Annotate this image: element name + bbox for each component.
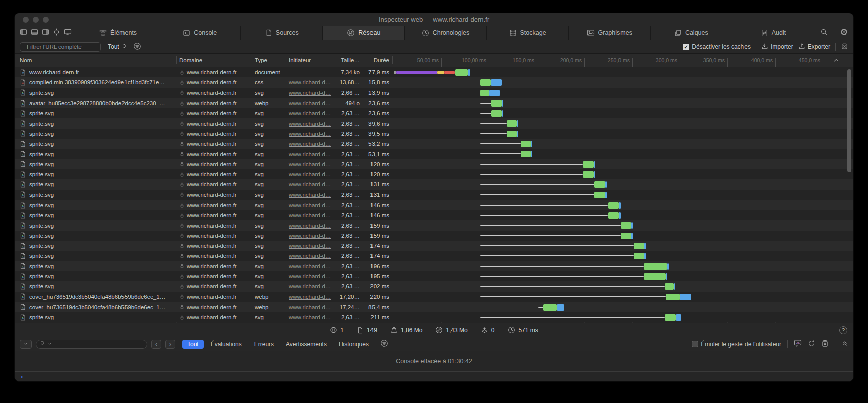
search-button[interactable] — [814, 26, 834, 40]
table-row[interactable]: sprite.svgwww.richard-dern.frsvgwww.rich… — [15, 129, 853, 139]
table-row[interactable]: sprite.svgwww.richard-dern.frsvgwww.rich… — [15, 220, 853, 230]
url-filter-field[interactable] — [20, 42, 101, 52]
initiator-link[interactable]: www.richard-d… — [289, 233, 331, 239]
tab-sources[interactable]: Sources — [241, 26, 323, 40]
initiator-link[interactable]: www.richard-d… — [289, 192, 331, 198]
resource-type-select[interactable]: Tout — [108, 43, 127, 50]
initiator-link[interactable]: www.richard-d… — [289, 202, 331, 208]
tab-storage[interactable]: Stockage — [487, 26, 569, 40]
table-row[interactable]: sprite.svgwww.richard-dern.frsvgwww.rich… — [15, 139, 853, 149]
waterfall-bar-segment — [491, 100, 502, 107]
initiator-link[interactable]: www.richard-d… — [289, 212, 331, 218]
element-picker-icon[interactable] — [53, 28, 60, 38]
dock-left-icon[interactable] — [20, 28, 27, 38]
url-filter-input[interactable] — [26, 43, 97, 50]
table-row[interactable]: compiled.min.38390909f303624ed9e1cf1bd3f… — [15, 77, 853, 87]
console-tab-avertissements[interactable]: Avertissements — [281, 340, 332, 349]
table-row[interactable]: sprite.svgwww.richard-dern.frsvgwww.rich… — [15, 312, 853, 322]
table-row[interactable]: sprite.svgwww.richard-dern.frsvgwww.rich… — [15, 241, 853, 251]
dock-bottom-icon[interactable] — [31, 28, 38, 38]
initiator-link[interactable]: www.richard-d… — [289, 100, 331, 106]
export-button[interactable]: Exporter — [798, 43, 830, 51]
vertical-scrollbar-thumb[interactable] — [847, 69, 851, 172]
table-row[interactable]: cover_hu736519dc3b5040cfa48b6b559b6de6ec… — [15, 292, 853, 302]
console-filter-options-button[interactable] — [380, 339, 388, 349]
initiator-link[interactable]: www.richard-d… — [289, 273, 331, 279]
initiator-link[interactable]: www.richard-d… — [289, 161, 331, 167]
console-tab-historiques[interactable]: Historiques — [334, 340, 374, 349]
initiator-link[interactable]: www.richard-d… — [289, 121, 331, 127]
network-filter-bar: Tout ✓ Désactiver les caches Importer Ex… — [15, 40, 853, 54]
svg-text:JS: JS — [796, 341, 800, 344]
initiator-link[interactable]: www.richard-d… — [289, 90, 331, 96]
table-row[interactable]: sprite.svgwww.richard-dern.frsvgwww.rich… — [15, 271, 853, 281]
table-row[interactable]: sprite.svgwww.richard-dern.frsvgwww.rich… — [15, 179, 853, 189]
collapse-waterfall-icon[interactable] — [833, 57, 840, 65]
initiator-cell: www.richard-d… — [286, 77, 335, 87]
prompt-chevron-icon: › — [21, 373, 23, 380]
table-row[interactable]: sprite.svgwww.richard-dern.frsvgwww.rich… — [15, 231, 853, 241]
table-row[interactable]: sprite.svgwww.richard-dern.frsvgwww.rich… — [15, 210, 853, 220]
tab-layers[interactable]: Calques — [651, 26, 732, 40]
table-row[interactable]: sprite.svgwww.richard-dern.frsvgwww.rich… — [15, 261, 853, 271]
table-row[interactable]: sprite.svgwww.richard-dern.frsvgwww.rich… — [15, 108, 853, 118]
clear-network-button[interactable] — [841, 42, 848, 51]
table-row[interactable]: sprite.svgwww.richard-dern.frsvgwww.rich… — [15, 200, 853, 210]
dock-right-icon[interactable] — [42, 28, 49, 38]
initiator-link[interactable]: www.richard-d… — [289, 243, 331, 249]
emulate-user-gesture-toggle[interactable]: Émuler le geste de l'utilisateur — [692, 341, 781, 348]
console-prompt[interactable]: › — [15, 372, 853, 381]
collapse-console-button[interactable] — [841, 340, 848, 348]
disable-caches-checkbox[interactable]: ✓ — [683, 44, 689, 50]
js-context-button[interactable]: JS — [794, 339, 802, 349]
device-icon[interactable] — [64, 28, 72, 38]
console-tab-evaluations[interactable]: Évaluations — [206, 340, 247, 349]
initiator-link[interactable]: www.richard-d… — [289, 151, 331, 157]
initiator-link[interactable]: www.richard-d… — [289, 79, 331, 85]
console-filter-button[interactable] — [20, 340, 32, 349]
initiator-link[interactable]: www.richard-d… — [289, 141, 331, 147]
clear-console-button[interactable] — [821, 340, 829, 349]
tab-audit[interactable]: Audit — [732, 26, 814, 40]
table-row[interactable]: sprite.svgwww.richard-dern.frsvgwww.rich… — [15, 118, 853, 128]
tab-graphics[interactable]: Graphismes — [569, 26, 651, 40]
next-result-button[interactable]: › — [165, 340, 175, 349]
console-tab-tout[interactable]: Tout — [182, 340, 204, 349]
table-row[interactable]: sprite.svgwww.richard-dern.frsvgwww.rich… — [15, 149, 853, 159]
table-row[interactable]: cover_hu736519dc3b5040cfa48b6b559b6de6ec… — [15, 302, 853, 312]
initiator-link[interactable]: www.richard-d… — [289, 263, 331, 269]
table-row[interactable]: sprite.svgwww.richard-dern.frsvgwww.rich… — [15, 281, 853, 291]
initiator-link[interactable]: www.richard-d… — [289, 181, 331, 187]
table-row[interactable]: sprite.svgwww.richard-dern.frsvgwww.rich… — [15, 190, 853, 200]
initiator-link[interactable]: www.richard-d… — [289, 131, 331, 137]
filter-options-button[interactable] — [133, 42, 141, 52]
waterfall-bar-segment — [644, 263, 668, 270]
table-row[interactable]: sprite.svgwww.richard-dern.frsvgwww.rich… — [15, 88, 853, 98]
disable-caches-toggle[interactable]: ✓ Désactiver les caches — [683, 43, 751, 50]
reload-button[interactable] — [808, 340, 815, 349]
initiator-link[interactable]: www.richard-d… — [289, 253, 331, 259]
tab-timelines[interactable]: Chronologies — [405, 26, 486, 40]
initiator-link[interactable]: www.richard-d… — [289, 171, 331, 177]
table-row[interactable]: sprite.svgwww.richard-dern.frsvgwww.rich… — [15, 159, 853, 169]
tab-network[interactable]: Réseau — [323, 26, 405, 40]
emulate-user-gesture-checkbox[interactable] — [692, 341, 698, 347]
table-row[interactable]: www.richard-dern.frwww.richard-dern.frdo… — [15, 67, 853, 77]
table-row[interactable]: sprite.svgwww.richard-dern.frsvgwww.rich… — [15, 251, 853, 261]
help-button[interactable]: ? — [839, 326, 847, 334]
tab-elements[interactable]: Éléments — [77, 26, 159, 40]
previous-result-button[interactable]: ‹ — [151, 340, 161, 349]
initiator-link[interactable]: www.richard-d… — [289, 304, 331, 310]
initiator-link[interactable]: www.richard-d… — [289, 283, 331, 289]
import-button[interactable]: Importer — [761, 43, 793, 51]
console-search-field[interactable] — [36, 340, 147, 349]
initiator-link[interactable]: www.richard-d… — [289, 294, 331, 300]
table-row[interactable]: avatar_hu85ecc3e298728880b0bde2dcc4e5c23… — [15, 98, 853, 108]
initiator-link[interactable]: www.richard-d… — [289, 223, 331, 229]
tab-console[interactable]: Console — [159, 26, 241, 40]
settings-button[interactable] — [834, 26, 853, 40]
initiator-link[interactable]: www.richard-d… — [289, 110, 331, 116]
console-tab-erreurs[interactable]: Erreurs — [249, 340, 279, 349]
initiator-link[interactable]: www.richard-d… — [289, 314, 331, 320]
table-row[interactable]: sprite.svgwww.richard-dern.frsvgwww.rich… — [15, 169, 853, 179]
